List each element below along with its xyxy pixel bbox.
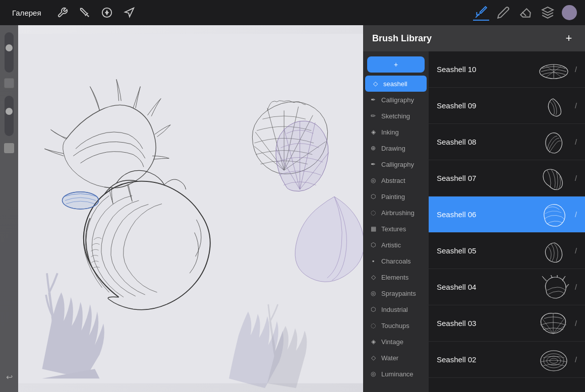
category-label-charcoals: Charcoals — [381, 257, 411, 265]
brush-panel-add-button[interactable]: + — [562, 31, 576, 45]
brush-item-name-02: Seashell 02 — [437, 355, 536, 364]
gallery-button[interactable]: Галерея — [8, 7, 45, 19]
color-picker-square[interactable] — [4, 78, 14, 88]
brush-panel-header: Brush Library + — [363, 25, 585, 51]
brush-item-info-04: Seashell 04 — [437, 283, 536, 291]
brush-item-name-10: Seashell 10 — [437, 65, 536, 74]
brush-item-info-07: Seashell 07 — [437, 174, 536, 182]
brush-item-seashell08[interactable]: Seashell 08 / — [429, 124, 585, 160]
category-label-calligraphy: Calligraphy — [381, 96, 414, 104]
drawing-cat-icon: ⊕ — [369, 144, 377, 152]
category-label-water: Water — [381, 354, 398, 362]
layers-tool[interactable] — [540, 5, 556, 21]
avatar[interactable] — [562, 5, 577, 20]
category-item-elements[interactable]: ◇ Elements — [363, 269, 429, 285]
category-label-sketching: Sketching — [381, 112, 410, 120]
seashell-cat-icon: ◇ — [371, 80, 379, 88]
pen-tool[interactable] — [473, 5, 489, 21]
navigate-icon[interactable] — [122, 6, 136, 20]
category-item-drawing[interactable]: ⊕ Drawing — [363, 140, 429, 156]
brush-list: Seashell 10 / — [429, 51, 585, 392]
wrench-icon[interactable] — [55, 6, 70, 20]
stylize-icon[interactable] — [100, 6, 114, 20]
top-bar-left: Галерея — [8, 6, 136, 20]
category-item-textures[interactable]: ▦ Textures — [363, 221, 429, 237]
drag-icon-05: / — [575, 247, 577, 255]
brush-item-seashell06[interactable]: Seashell 06 / — [429, 197, 585, 233]
painting-cat-icon: ⬡ — [369, 192, 377, 201]
brush-preview-08 — [536, 129, 571, 155]
brush-item-seashell10[interactable]: Seashell 10 / — [429, 51, 585, 88]
brush-item-info-09: Seashell 09 — [437, 101, 536, 110]
add-category-button[interactable]: + — [367, 56, 425, 73]
size-slider[interactable] — [5, 32, 14, 73]
drag-icon-03: / — [575, 319, 577, 328]
brush-item-name-07: Seashell 07 — [437, 174, 536, 182]
category-item-painting[interactable]: ⬡ Painting — [363, 188, 429, 205]
brush-preview-02 — [536, 347, 571, 372]
svg-point-12 — [547, 356, 561, 365]
brush-item-seashell05[interactable]: Seashell 05 / — [429, 233, 585, 269]
top-bar-right — [473, 5, 577, 21]
brush-item-seashell09[interactable]: Seashell 09 / — [429, 88, 585, 124]
category-label-textures: Textures — [381, 225, 406, 233]
category-item-charcoals[interactable]: ▪ Charcoals — [363, 253, 429, 269]
category-item-sketching[interactable]: ✏ Sketching — [363, 108, 429, 124]
category-item-industrial[interactable]: ⬡ Industrial — [363, 301, 429, 317]
inking-cat-icon: ◈ — [369, 128, 377, 136]
category-item-inking[interactable]: ◈ Inking — [363, 124, 429, 140]
category-item-water[interactable]: ◇ Water — [363, 350, 429, 366]
opacity-slider[interactable] — [5, 96, 14, 136]
touchups-cat-icon: ◌ — [369, 321, 377, 330]
brush-item-info-06: Seashell 06 — [437, 210, 536, 219]
pencil-tool[interactable] — [495, 5, 511, 21]
category-label-abstract: Abstract — [381, 177, 405, 184]
category-item-calligraphy2[interactable]: ✒ Calligraphy — [363, 156, 429, 172]
category-label-touchups: Touchups — [381, 322, 410, 330]
category-item-touchups[interactable]: ◌ Touchups — [363, 317, 429, 334]
brush-item-seashell07[interactable]: Seashell 07 / — [429, 160, 585, 197]
category-item-luminance[interactable]: ◎ Luminance — [363, 366, 429, 382]
category-label-spraypaints: Spraypaints — [381, 290, 416, 297]
color-swatch[interactable] — [4, 143, 14, 153]
brush-preview-09 — [536, 93, 571, 118]
brush-preview-05 — [536, 238, 571, 264]
brush-item-seashell04[interactable]: Seashell 04 — [429, 269, 585, 305]
top-bar: Галерея — [0, 0, 585, 25]
category-item-calligraphy[interactable]: ✒ Calligraphy — [363, 92, 429, 108]
brush-item-seashell02[interactable]: Seashell 02 — [429, 342, 585, 378]
brush-item-info-03: Seashell 03 — [437, 319, 536, 328]
brush-item-name-05: Seashell 05 — [437, 246, 536, 255]
brush-item-info-08: Seashell 08 — [437, 138, 536, 146]
brush-preview-10 — [536, 57, 571, 82]
category-label-calligraphy2: Calligraphy — [381, 161, 414, 168]
brush-panel-body: + ◇ seashell ✒ Calligraphy ✏ Sketching ◈ — [363, 51, 585, 392]
drag-icon-06: / — [575, 211, 577, 219]
canvas-area[interactable]: ↩ — [0, 25, 363, 392]
category-item-spraypaints[interactable]: ◎ Spraypaints — [363, 285, 429, 301]
brush-categories: + ◇ seashell ✒ Calligraphy ✏ Sketching ◈ — [363, 51, 429, 392]
brush-item-name-08: Seashell 08 — [437, 138, 536, 146]
brush-library-title: Brush Library — [372, 33, 432, 44]
brush-item-seashell03[interactable]: Seashell 03 — [429, 305, 585, 342]
category-label-painting: Painting — [381, 193, 405, 201]
category-label-seashell: seashell — [383, 80, 407, 88]
brush-preview-04 — [536, 275, 571, 300]
category-item-artistic[interactable]: ⬡ Artistic — [363, 237, 429, 253]
main-area: ↩ — [0, 25, 585, 392]
brush-library-panel: Brush Library + + ◇ seashell ✒ Calligrap… — [363, 25, 585, 392]
category-item-airbrushing[interactable]: ◌ Airbrushing — [363, 205, 429, 221]
magic-icon[interactable] — [78, 6, 92, 20]
category-item-seashell[interactable]: ◇ seashell — [365, 76, 427, 92]
brush-item-info-02: Seashell 02 — [437, 355, 536, 364]
brush-item-info-05: Seashell 05 — [437, 246, 536, 255]
category-label-artistic: Artistic — [381, 241, 401, 249]
svg-point-8 — [62, 192, 98, 209]
undo-button[interactable]: ↩ — [2, 370, 16, 384]
textures-cat-icon: ▦ — [369, 225, 377, 233]
drag-icon-08: / — [575, 138, 577, 146]
category-item-vintage[interactable]: ◈ Vintage — [363, 334, 429, 350]
category-item-abstract[interactable]: ◎ Abstract — [363, 172, 429, 188]
category-label-vintage: Vintage — [381, 338, 403, 346]
eraser-tool[interactable] — [517, 5, 534, 21]
